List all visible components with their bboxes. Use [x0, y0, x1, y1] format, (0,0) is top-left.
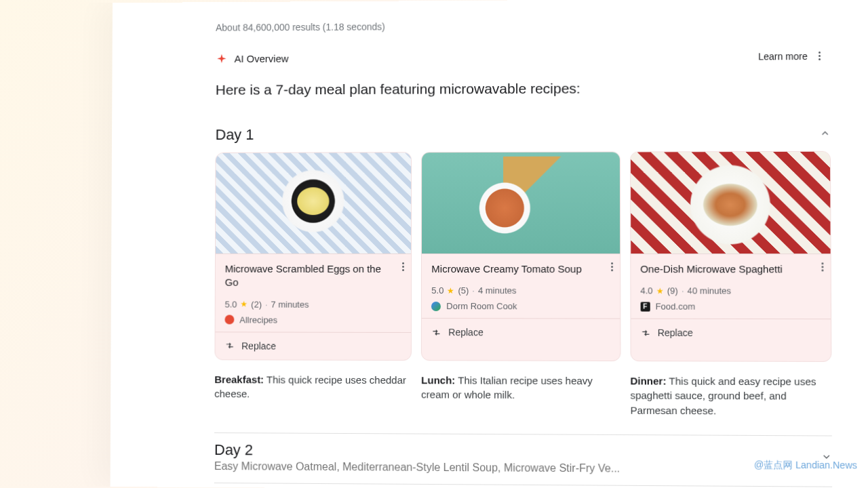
swap-icon	[431, 327, 441, 338]
meal-label: Breakfast:	[214, 373, 264, 385]
separator: ·	[265, 299, 268, 309]
recipe-title: Microwave Creamy Tomato Soup	[431, 262, 610, 276]
day-2-header[interactable]: Day 2 Easy Microwave Oatmeal, Mediterran…	[214, 432, 832, 487]
day-1-descriptions: Breakfast: This quick recipe uses chedda…	[214, 372, 832, 419]
recipe-meta: 4.0 ★ (9) · 40 minutes	[640, 286, 821, 296]
replace-button[interactable]: Replace	[422, 318, 620, 346]
star-icon: ★	[447, 286, 454, 296]
recipe-title: Microwave Scrambled Eggs on the Go	[225, 262, 402, 290]
results-stats: About 84,600,000 results (1.18 seconds)	[216, 19, 830, 33]
rating-count: (9)	[667, 286, 678, 296]
recipe-meta: 5.0 ★ (5) · 4 minutes	[431, 285, 610, 296]
meal-desc-lunch: Lunch: This Italian recipe uses heavy cr…	[421, 373, 620, 418]
star-icon: ★	[656, 286, 664, 296]
meal-label: Dinner:	[630, 375, 666, 386]
watermark: @蓝点网 Landian.News	[754, 459, 857, 472]
search-results-page: About 84,600,000 results (1.18 seconds) …	[111, 0, 868, 488]
replace-label: Replace	[658, 327, 693, 338]
recipe-image	[216, 152, 412, 254]
recipe-menu-button[interactable]	[402, 262, 404, 271]
ai-overview-title: AI Overview	[216, 52, 289, 64]
cook-time: 7 minutes	[271, 299, 309, 309]
source-name: Dorm Room Cook	[446, 301, 517, 311]
source-name: Food.com	[655, 302, 695, 312]
day-1-title: Day 1	[216, 126, 254, 144]
source-name: Allrecipes	[239, 314, 277, 325]
learn-more-link[interactable]: Learn more	[758, 51, 808, 62]
recipe-card-lunch[interactable]: Microwave Creamy Tomato Soup 5.0 ★ (5) ·…	[421, 152, 620, 361]
recipe-source: Allrecipes	[224, 314, 401, 325]
meal-desc-dinner: Dinner: This quick and easy recipe uses …	[630, 373, 831, 419]
recipe-meta: 5.0 ★ (2) · 7 minutes	[225, 299, 402, 309]
ai-overview-intro: Here is a 7-day meal plan featuring micr…	[216, 79, 831, 98]
meal-desc-breakfast: Breakfast: This quick recipe uses chedda…	[214, 372, 412, 417]
cook-time: 4 minutes	[478, 285, 517, 296]
swap-icon	[224, 340, 235, 350]
sparkle-icon	[216, 53, 228, 65]
ai-overview-header: AI Overview Learn more	[216, 49, 830, 66]
day-2-title: Day 2	[214, 441, 620, 461]
replace-label: Replace	[448, 327, 483, 338]
cook-time: 40 minutes	[688, 286, 732, 296]
replace-button[interactable]: Replace	[215, 331, 411, 360]
recipe-card-breakfast[interactable]: Microwave Scrambled Eggs on the Go 5.0 ★…	[214, 152, 412, 360]
rating-count: (5)	[458, 285, 469, 296]
recipe-title: One-Dish Microwave Spaghetti	[640, 262, 821, 277]
separator: ·	[682, 286, 684, 296]
rating-value: 4.0	[640, 286, 652, 296]
rating-value: 5.0	[225, 299, 237, 309]
rating-value: 5.0	[431, 285, 443, 296]
source-favicon-icon	[431, 302, 441, 311]
recipe-card-dinner[interactable]: One-Dish Microwave Spaghetti 4.0 ★ (9) ·…	[630, 151, 832, 362]
recipe-menu-button[interactable]	[611, 262, 613, 271]
source-favicon-icon	[224, 315, 234, 325]
separator: ·	[472, 285, 475, 296]
rating-count: (2)	[251, 299, 262, 309]
recipe-image	[422, 152, 619, 255]
swap-icon	[640, 328, 650, 338]
meal-label: Lunch:	[421, 374, 455, 386]
recipe-menu-button[interactable]	[821, 262, 823, 271]
recipe-source: Dorm Room Cook	[431, 301, 610, 311]
ai-overview-label: AI Overview	[235, 53, 289, 64]
chevron-up-icon	[820, 128, 831, 139]
day-2-preview: Easy Microwave Oatmeal, Mediterranean-St…	[214, 460, 620, 475]
ai-overview-menu-button[interactable]	[816, 49, 823, 63]
replace-label: Replace	[241, 340, 276, 351]
recipe-image	[631, 152, 831, 254]
source-favicon-icon: F	[640, 302, 650, 311]
day-1-header[interactable]: Day 1	[215, 116, 830, 152]
recipe-source: F Food.com	[640, 302, 821, 312]
replace-button[interactable]: Replace	[631, 319, 831, 347]
star-icon: ★	[240, 300, 248, 309]
day-1-cards: Microwave Scrambled Eggs on the Go 5.0 ★…	[214, 151, 831, 362]
